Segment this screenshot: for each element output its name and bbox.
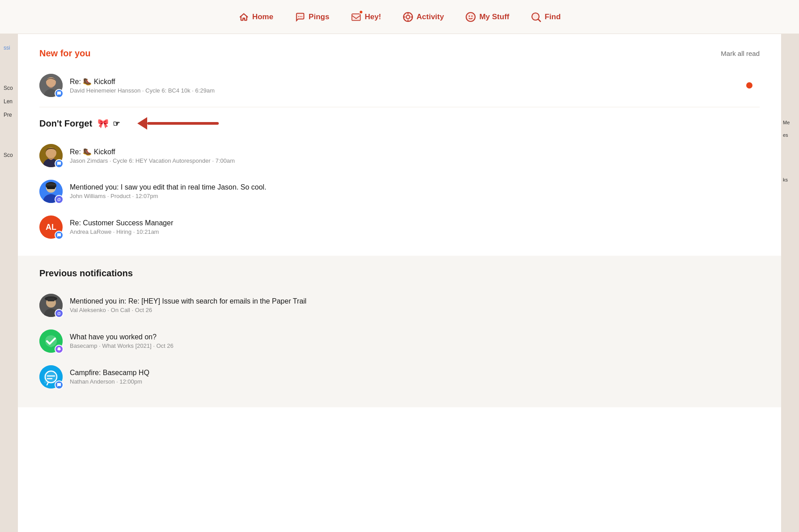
svg-point-12: [472, 15, 473, 17]
svg-point-16: [46, 77, 56, 87]
chat-badge-na: [55, 380, 64, 389]
nav-pings-label: Pings: [309, 13, 329, 21]
hey-notification-badge: [359, 10, 363, 14]
notification-title-text-dhh: Re: 🥾 Kickoff: [70, 77, 115, 86]
bell-badge-bc: [55, 345, 64, 354]
nav-hey[interactable]: Hey!: [351, 12, 381, 22]
notification-title-bc: What have you worked on?: [70, 333, 760, 341]
notification-title-dhh: Re: 🥾 Kickoff: [70, 77, 739, 86]
svg-line-14: [538, 19, 540, 21]
left-sidebar-edge: ssi Sco Len Pre Sco: [0, 34, 18, 532]
new-for-you-title: New for you: [39, 48, 90, 59]
activity-popup-panel: New for you Mark all read: [18, 34, 781, 532]
svg-rect-26: [47, 298, 55, 301]
notification-content-va: Mentioned you in: Re: [HEY] Issue with s…: [70, 297, 760, 313]
notification-meta-al: Andrea LaRowe · Hiring · 10:21am: [70, 228, 760, 235]
notification-meta-jw: John Williams · Product · 12:07pm: [70, 193, 760, 199]
notification-content-al: Re: Customer Success Manager Andrea LaRo…: [70, 219, 760, 235]
nav-mystuff-label: My Stuff: [479, 13, 509, 21]
notification-item-jz-kickoff[interactable]: Re: 🥾 Kickoff Jason Zimdars · Cycle 6: H…: [39, 138, 760, 173]
notification-title-va: Mentioned you in: Re: [HEY] Issue with s…: [70, 297, 760, 305]
unread-indicator: [746, 82, 752, 89]
chat-icon: [295, 12, 306, 22]
search-icon: [531, 12, 541, 22]
notification-content-jw: Mentioned you: I saw you edit that in re…: [70, 183, 760, 199]
new-for-you-header: New for you Mark all read: [39, 48, 760, 59]
avatar-wrapper-va: @: [39, 294, 63, 317]
left-edge-text-sco2: Sco: [0, 150, 18, 160]
new-for-you-section: Re: 🥾 Kickoff David Heinemeier Hansson ·…: [39, 68, 760, 103]
svg-point-1: [300, 16, 301, 17]
notification-content-na: Campfire: Basecamp HQ Nathan Anderson · …: [70, 369, 760, 385]
avatar-wrapper-na: [39, 365, 63, 388]
avatar-wrapper-jw: @: [39, 180, 63, 203]
main-container: ssi Sco Len Pre Sco New for you Mark all…: [0, 34, 799, 532]
notification-meta-jz: Jason Zimdars · Cycle 6: HEY Vacation Au…: [70, 157, 760, 164]
divider-1: [39, 107, 760, 107]
notification-item-dhh-kickoff[interactable]: Re: 🥾 Kickoff David Heinemeier Hansson ·…: [39, 68, 760, 103]
right-sidebar-edge: Me es ks: [781, 34, 799, 532]
arrow-body: [147, 122, 219, 125]
avatar-wrapper-bc: [39, 329, 63, 353]
notification-content-dhh: Re: 🥾 Kickoff David Heinemeier Hansson ·…: [70, 77, 739, 94]
left-edge-text-sco: Sco: [0, 83, 18, 93]
right-edge-text-ks: ks: [781, 175, 799, 184]
notification-title-na: Campfire: Basecamp HQ: [70, 369, 760, 377]
chat-badge-al: [55, 231, 64, 240]
hand-icon: ☞: [113, 119, 120, 128]
notification-item-jw-mention[interactable]: @ Mentioned you: I saw you edit that in …: [39, 173, 760, 209]
at-badge-jw: @: [55, 195, 64, 204]
inbox-icon: [351, 12, 361, 22]
dont-forget-emoji: 🎀: [98, 118, 109, 128]
notification-content-jz: Re: 🥾 Kickoff Jason Zimdars · Cycle 6: H…: [70, 148, 760, 164]
home-icon: [238, 12, 249, 22]
previous-notifications-title: Previous notifications: [39, 268, 760, 279]
nav-mystuff[interactable]: My Stuff: [465, 12, 509, 22]
right-edge-text-es: es: [781, 131, 799, 139]
arrow-annotation: [138, 117, 219, 130]
notification-meta-va: Val Aleksenko · On Call · Oct 26: [70, 307, 760, 313]
nav-home[interactable]: Home: [238, 12, 273, 22]
nav-pings[interactable]: Pings: [295, 12, 329, 22]
mark-all-read-button[interactable]: Mark all read: [721, 50, 760, 57]
notification-title-jw: Mentioned you: I saw you edit that in re…: [70, 183, 760, 191]
left-edge-link-1[interactable]: ssi: [0, 43, 18, 53]
svg-rect-3: [352, 14, 361, 21]
chat-badge-jz: [55, 159, 64, 168]
svg-point-0: [298, 16, 299, 17]
nav-hey-label: Hey!: [365, 13, 381, 21]
avatar-wrapper-al: AL: [39, 215, 63, 239]
notification-title-al: Re: Customer Success Manager: [70, 219, 760, 227]
previous-notifications-section: Previous notifications: [18, 256, 781, 407]
left-edge-text-pre: Pre: [0, 110, 18, 120]
avatar-wrapper-jz: [39, 144, 63, 167]
nav-activity[interactable]: Activity: [403, 12, 444, 22]
svg-point-10: [466, 13, 475, 21]
notification-meta-na: Nathan Anderson · 12:00pm: [70, 378, 760, 385]
notification-item-na[interactable]: Campfire: Basecamp HQ Nathan Anderson · …: [39, 359, 760, 395]
notification-meta-dhh: David Heinemeier Hansson · Cycle 6: BC4 …: [70, 87, 739, 94]
notification-meta-bc: Basecamp · What Works [2021] · Oct 26: [70, 342, 760, 349]
notification-item-va[interactable]: @ Mentioned you in: Re: [HEY] Issue with…: [39, 287, 760, 323]
right-edge-text-me: Me: [781, 114, 799, 131]
nav-find[interactable]: Find: [531, 12, 561, 22]
top-navigation: Home Pings Hey!: [0, 0, 799, 34]
svg-point-11: [469, 15, 470, 17]
notification-item-al[interactable]: AL Re: Customer Success Manager Andrea L…: [39, 209, 760, 245]
nav-activity-label: Activity: [416, 13, 444, 21]
left-edge-text-len: Len: [0, 97, 18, 106]
nav-find-label: Find: [544, 13, 561, 21]
activity-icon: [403, 12, 413, 22]
face-icon: [465, 12, 476, 22]
nav-home-label: Home: [252, 13, 273, 21]
at-badge-va: @: [55, 309, 64, 318]
dont-forget-header: Don't Forget 🎀 ☞: [39, 118, 760, 129]
chat-badge-dhh: [55, 89, 64, 98]
dont-forget-title: Don't Forget 🎀 ☞: [39, 118, 120, 129]
avatar-wrapper-dhh: [39, 74, 63, 97]
svg-point-2: [301, 16, 302, 17]
svg-rect-22: [47, 187, 55, 189]
notification-content-bc: What have you worked on? Basecamp · What…: [70, 333, 760, 349]
notification-item-bc[interactable]: What have you worked on? Basecamp · What…: [39, 323, 760, 359]
notification-title-jz: Re: 🥾 Kickoff: [70, 148, 760, 156]
